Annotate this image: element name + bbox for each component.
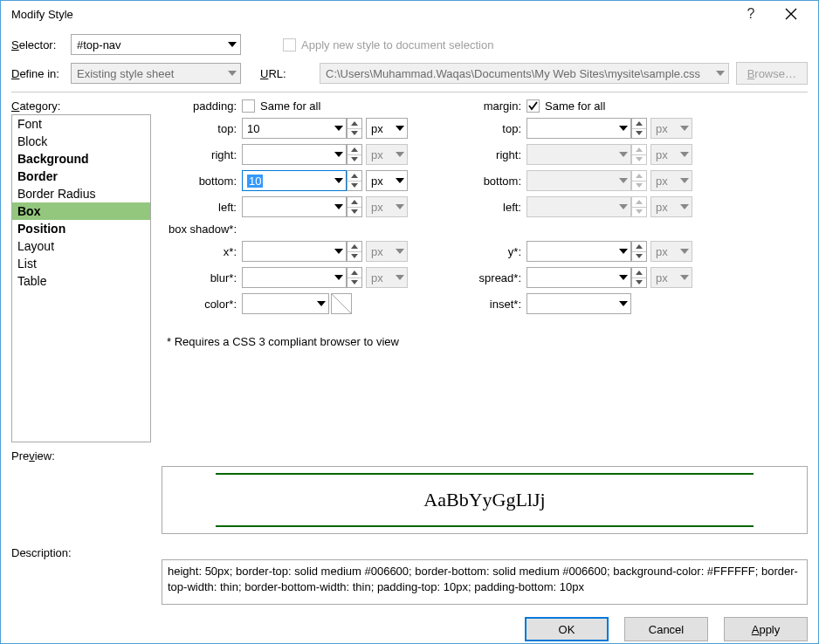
padding-bottom-spinner[interactable] — [347, 170, 362, 191]
category-item-block[interactable]: Block — [12, 133, 150, 150]
spin-down-icon — [632, 181, 646, 191]
category-item-border[interactable]: Border — [12, 168, 150, 185]
margin-top-label: top: — [451, 122, 526, 135]
separator — [11, 92, 808, 92]
shadow-blur-spinner[interactable] — [347, 267, 362, 288]
spin-up-icon[interactable] — [348, 268, 361, 277]
spin-down-icon[interactable] — [632, 277, 646, 288]
chevron-down-icon — [334, 126, 343, 131]
inset-label: inset*: — [451, 298, 526, 311]
category-label: Category: — [11, 99, 151, 113]
category-item-background[interactable]: Background — [12, 150, 150, 168]
padding-bottom-unit[interactable]: px — [366, 170, 408, 191]
shadow-x-input[interactable] — [242, 241, 347, 262]
margin-right-label: right: — [451, 148, 526, 161]
spin-up-icon[interactable] — [348, 197, 361, 207]
spin-up-icon[interactable] — [348, 242, 361, 251]
shadow-x-label: x*: — [167, 245, 242, 258]
close-button[interactable] — [771, 1, 811, 27]
shadow-x-spinner[interactable] — [347, 241, 362, 262]
chevron-down-icon — [396, 249, 404, 254]
chevron-down-icon — [396, 178, 404, 183]
shadow-x-unit: px — [366, 241, 408, 262]
spin-up-icon[interactable] — [348, 119, 361, 128]
spin-down-icon[interactable] — [348, 207, 361, 217]
ok-button[interactable]: OK — [525, 617, 609, 641]
chevron-down-icon — [619, 301, 628, 306]
spin-down-icon[interactable] — [348, 154, 361, 165]
spin-down-icon[interactable] — [632, 251, 646, 262]
css3-note: * Requires a CSS 3 compliant browser to … — [167, 335, 808, 348]
close-icon — [785, 8, 797, 20]
padding-bottom-input[interactable]: 10 — [242, 170, 347, 191]
shadow-spread-input[interactable] — [526, 267, 631, 288]
category-item-layout[interactable]: Layout — [12, 237, 150, 255]
chevron-down-icon — [619, 275, 628, 280]
padding-right-spinner[interactable] — [347, 144, 362, 165]
chevron-down-icon — [680, 249, 689, 254]
category-item-font[interactable]: Font — [12, 115, 150, 133]
spin-up-icon — [632, 145, 646, 154]
padding-top-unit[interactable]: px — [366, 118, 408, 139]
margin-top-spinner[interactable] — [631, 118, 647, 139]
shadow-spread-unit: px — [650, 267, 692, 288]
margin-left-spinner — [631, 196, 647, 217]
margin-right-input — [526, 144, 631, 165]
spin-down-icon[interactable] — [348, 181, 361, 191]
chevron-down-icon — [228, 71, 237, 76]
shadow-y-spinner[interactable] — [631, 241, 647, 262]
margin-top-unit: px — [650, 118, 692, 139]
margin-bottom-spinner — [631, 170, 647, 191]
selector-combo[interactable]: #top-nav — [71, 34, 241, 55]
spin-up-icon[interactable] — [348, 171, 361, 181]
padding-top-input[interactable]: 10 — [242, 118, 347, 139]
margin-same-checkbox[interactable]: Same for all — [526, 99, 694, 113]
margin-right-spinner — [631, 144, 647, 165]
padding-left-input[interactable] — [242, 196, 347, 217]
spin-up-icon[interactable] — [632, 268, 646, 277]
spin-up-icon[interactable] — [348, 145, 361, 154]
shadow-blur-input[interactable] — [242, 267, 347, 288]
color-swatch[interactable] — [331, 293, 352, 314]
spin-down-icon[interactable] — [348, 277, 361, 288]
spin-up-icon[interactable] — [632, 119, 646, 128]
padding-top-spinner[interactable] — [347, 118, 362, 139]
category-item-list[interactable]: List — [12, 255, 150, 272]
chevron-down-icon — [716, 71, 725, 76]
shadow-y-input[interactable] — [526, 241, 631, 262]
category-item-table[interactable]: Table — [12, 272, 150, 290]
shadow-color-input[interactable] — [242, 293, 329, 314]
padding-left-spinner[interactable] — [347, 196, 362, 217]
chevron-down-icon — [396, 204, 404, 209]
chevron-down-icon — [680, 204, 689, 209]
chevron-down-icon — [334, 178, 343, 183]
shadow-spread-label: spread*: — [451, 271, 526, 284]
shadow-y-label: y*: — [451, 245, 526, 258]
preview-box: AaBbYyGgLlJj — [162, 466, 808, 534]
help-button[interactable]: ? — [731, 1, 771, 27]
url-label: URL: — [260, 67, 320, 80]
padding-right-input[interactable] — [242, 144, 347, 165]
category-item-box[interactable]: Box — [12, 202, 150, 220]
margin-bottom-input — [526, 170, 631, 191]
spin-down-icon[interactable] — [348, 128, 361, 139]
shadow-spread-spinner[interactable] — [631, 267, 647, 288]
inset-input[interactable] — [526, 293, 631, 314]
category-item-position[interactable]: Position — [12, 220, 150, 237]
spin-down-icon[interactable] — [348, 251, 361, 262]
category-item-border-radius[interactable]: Border Radius — [12, 185, 150, 202]
window-title: Modify Style — [8, 8, 731, 21]
padding-top-label: top: — [167, 122, 242, 135]
apply-button[interactable]: Apply — [724, 617, 808, 641]
chevron-down-icon — [334, 275, 343, 280]
padding-same-checkbox[interactable]: Same for all — [242, 99, 451, 113]
spin-down-icon[interactable] — [632, 128, 646, 139]
chevron-down-icon — [396, 126, 404, 131]
chevron-down-icon — [396, 275, 404, 280]
category-list[interactable]: Font Block Background Border Border Radi… — [11, 114, 151, 442]
padding-left-label: left: — [167, 201, 242, 214]
spin-up-icon[interactable] — [632, 242, 646, 251]
definein-value: Existing style sheet — [77, 67, 174, 80]
cancel-button[interactable]: Cancel — [624, 617, 708, 641]
margin-top-input[interactable] — [526, 118, 631, 139]
